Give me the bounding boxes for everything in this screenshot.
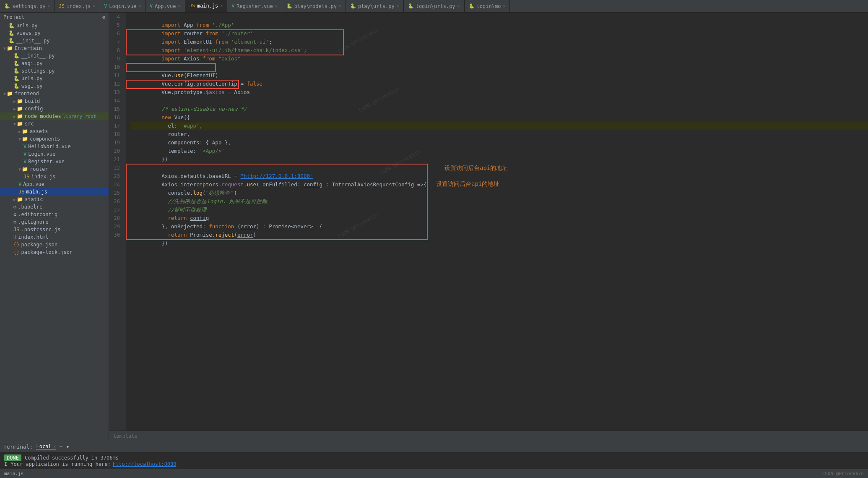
- code-line-5[interactable]: import router from './router': [130, 21, 868, 29]
- file-entertain-init[interactable]: 🐍 __init__.py: [0, 52, 109, 60]
- code-container[interactable]: 4 5 6 7 8 9 10 11 12 13 14 15 16 17 18 1…: [109, 13, 868, 431]
- file-name: main.js: [26, 189, 47, 195]
- code-text: router: [184, 30, 206, 37]
- file-gitignore[interactable]: ⚙ .gitignore: [0, 218, 109, 226]
- folder-frontend[interactable]: ▼ 📁 frontend: [0, 90, 109, 97]
- terminal-tab-local[interactable]: Local ✕: [36, 444, 56, 450]
- folder-src[interactable]: ▼ 📁 src: [0, 120, 109, 128]
- tab-close[interactable]: ✕: [47, 4, 50, 8]
- file-init-py[interactable]: 🐍 __init__.py: [0, 37, 109, 44]
- folder-config[interactable]: ▶ 📁 config: [0, 105, 109, 112]
- folder-name: build: [25, 98, 40, 104]
- tab-bar: 🐍 settings.py ✕ JS index.js ✕ V Login.vu…: [0, 0, 868, 13]
- fn-log: log: [193, 190, 203, 196]
- file-settings-py[interactable]: 🐍 settings.py: [0, 67, 109, 75]
- code-line-19[interactable]: template: '<App/>': [130, 138, 868, 147]
- file-helloworld-vue[interactable]: V HelloWorld.vue: [0, 143, 109, 150]
- sidebar-header: Project ⚙: [0, 13, 109, 22]
- file-postcssrc-js[interactable]: JS .postcssrc.js: [0, 226, 109, 233]
- folder-name: Entertain: [15, 45, 42, 51]
- tab-play-urls[interactable]: 🐍 play\urls.py ✕: [346, 0, 404, 12]
- code-line-11[interactable]: Vue.config.productionTip = false: [130, 71, 868, 80]
- file-name: __init__.py: [21, 53, 55, 59]
- terminal-dropdown-button[interactable]: ▾: [66, 444, 69, 450]
- py-icon: 🐍: [286, 3, 292, 9]
- folder-node-modules[interactable]: ▶ 📁 node_modules library root: [0, 112, 109, 120]
- file-urls-py[interactable]: 🐍 urls.py: [0, 22, 109, 29]
- file-main-js[interactable]: JS main.js: [0, 188, 109, 196]
- file-index-html[interactable]: H index.html: [0, 233, 109, 241]
- folder-entertain[interactable]: ▼ 📁 Entertain: [0, 44, 109, 52]
- folder-static[interactable]: ▶ 📁 static: [0, 196, 109, 203]
- gear-icon[interactable]: ⚙: [102, 14, 105, 20]
- tab-login-vue[interactable]: V Login.vue ✕: [100, 0, 146, 12]
- tab-login-urls[interactable]: 🐍 login\urls.py ✕: [404, 0, 465, 12]
- code-line-17[interactable]: router,: [130, 122, 868, 130]
- tab-close[interactable]: ✕: [220, 3, 223, 8]
- code-text: }): [161, 156, 168, 162]
- folder-components[interactable]: ▼ 📁 components: [0, 135, 109, 143]
- tab-close[interactable]: ✕: [138, 4, 141, 8]
- file-name: urls.py: [16, 23, 38, 29]
- file-editorconfig[interactable]: ⚙ .editorconfig: [0, 211, 109, 218]
- op: =: [225, 89, 234, 95]
- file-package-json[interactable]: {} package.json: [0, 241, 109, 248]
- terminal-close-icon[interactable]: ✕: [54, 444, 56, 449]
- code-area[interactable]: 设置访问后台api的地址 import App from './App' imp…: [126, 13, 868, 431]
- code-text: Vue.config.productionTip: [161, 81, 240, 87]
- localhost-link[interactable]: http://localhost:8080: [113, 461, 177, 467]
- tab-settings-py[interactable]: 🐍 settings.py ✕: [0, 0, 55, 12]
- tab-close[interactable]: ✕: [397, 4, 399, 8]
- string-val: 'element-ui/lib/theme-chalk/index.css': [184, 47, 304, 53]
- folder-name: router: [30, 166, 48, 172]
- tab-label: App.vue: [155, 3, 176, 9]
- file-package-lock-json[interactable]: {} package-lock.json: [0, 248, 109, 256]
- code-line-4[interactable]: import App from './App': [130, 13, 868, 21]
- file-router-index-js[interactable]: JS index.js: [0, 173, 109, 180]
- editor-area: 4 5 6 7 8 9 10 11 12 13 14 15 16 17 18 1…: [109, 13, 868, 441]
- file-register-vue[interactable]: V Register.vue: [0, 158, 109, 165]
- tab-label: Register.vue: [236, 3, 273, 9]
- code-text: App: [184, 22, 196, 28]
- tab-main-js[interactable]: JS main.js ✕: [185, 0, 228, 12]
- file-app-vue[interactable]: V App.vue: [0, 180, 109, 188]
- tab-close[interactable]: ✕: [457, 4, 460, 8]
- tab-close[interactable]: ✕: [339, 4, 341, 8]
- code-line-10[interactable]: Vue.use(ElementUI): [130, 63, 868, 71]
- tab-close[interactable]: ✕: [503, 4, 505, 8]
- folder-build[interactable]: ▶ 📁 build: [0, 97, 109, 105]
- code-text: ( onFulfilled:: [256, 181, 304, 188]
- folder-router[interactable]: ▼ 📁 router: [0, 165, 109, 173]
- tab-play-models[interactable]: 🐍 play\models.py ✕: [282, 0, 346, 12]
- code-line-28[interactable]: }, onRejected: function (error) : Promis…: [130, 214, 868, 222]
- vue-icon: V: [150, 3, 153, 9]
- file-login-vue[interactable]: V Login.vue: [0, 150, 109, 158]
- file-views-py[interactable]: 🐍 views.py: [0, 29, 109, 37]
- tab-login-mo[interactable]: 🐍 login\mo ✕: [465, 0, 510, 12]
- terminal-add-button[interactable]: +: [60, 444, 63, 450]
- code-line-18[interactable]: components: { App },: [130, 130, 868, 138]
- tab-register-vue[interactable]: V Register.vue ✕: [227, 0, 282, 12]
- code-text: (: [234, 232, 237, 238]
- arrow-icon: ▼: [3, 46, 6, 51]
- terminal-tab-name: Local: [36, 444, 51, 449]
- file-asgi-py[interactable]: 🐍 asgi.py: [0, 60, 109, 67]
- file-wsgi-py[interactable]: 🐍 wsgi.py: [0, 82, 109, 90]
- comment-text: /* eslint-disable no-new */: [161, 106, 247, 112]
- folder-assets[interactable]: ▶ 📁 assets: [0, 128, 109, 135]
- tab-close[interactable]: ✕: [275, 4, 278, 8]
- code-line-20[interactable]: }): [130, 147, 868, 155]
- prop-name: $axios: [206, 89, 225, 95]
- tab-close[interactable]: ✕: [178, 4, 180, 8]
- tab-app-vue[interactable]: V App.vue ✕: [146, 0, 185, 12]
- code-text: Axios: [234, 89, 250, 95]
- file-babelrc[interactable]: ⚙ .babelrc: [0, 203, 109, 211]
- tab-index-js[interactable]: JS index.js ✕: [55, 0, 100, 12]
- json-file-icon: {}: [13, 242, 19, 248]
- keyword-new: new: [161, 114, 174, 120]
- code-line-16[interactable]: el: '#app',: [130, 113, 868, 122]
- code-line-27[interactable]: return config: [130, 206, 868, 214]
- file-entertain-urls[interactable]: 🐍 urls.py: [0, 75, 109, 82]
- code-text: : InternalAxiosRequestConfig =>{: [322, 181, 426, 188]
- tab-close[interactable]: ✕: [93, 4, 96, 8]
